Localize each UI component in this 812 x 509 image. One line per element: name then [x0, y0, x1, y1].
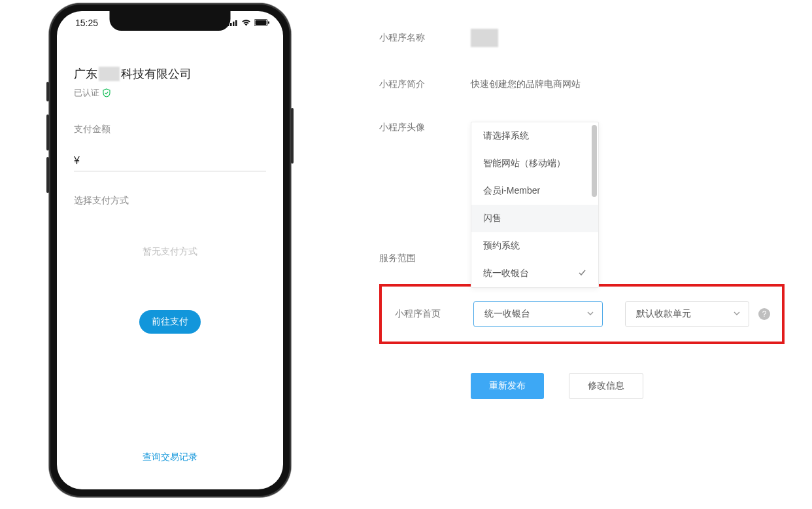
svg-rect-5 — [256, 20, 267, 25]
dropdown-option[interactable]: 会员i-Member — [471, 177, 598, 205]
intro-label: 小程序简介 — [379, 79, 471, 90]
homepage-unit-select[interactable]: 默认收款单元 — [625, 301, 749, 327]
select-value: 默认收款单元 — [636, 308, 691, 320]
svg-rect-1 — [230, 23, 232, 26]
dropdown-option[interactable]: 统一收银台 — [471, 260, 598, 287]
dropdown-option-label: 预约系统 — [483, 240, 520, 252]
name-label: 小程序名称 — [379, 32, 471, 44]
republish-button[interactable]: 重新发布 — [471, 373, 544, 399]
phone-side-button — [46, 157, 49, 193]
phone-side-button — [46, 82, 49, 101]
company-name: 广东 科技有限公司 — [74, 66, 266, 82]
name-value — [471, 29, 498, 47]
status-time: 15:25 — [75, 18, 98, 28]
phone-frame: 15:25 广东 科技有限公司 — [49, 3, 291, 497]
verified-label: 已认证 — [74, 87, 99, 99]
row-intro: 小程序简介 快速创建您的品牌电商网站 — [379, 79, 785, 90]
select-value: 统一收银台 — [484, 308, 530, 320]
no-pay-method-text: 暂无支付方式 — [74, 246, 266, 258]
action-row: 重新发布 修改信息 — [379, 373, 785, 399]
amount-label: 支付金额 — [74, 124, 266, 135]
name-thumbnail-redacted — [471, 29, 498, 47]
dropdown-option-label: 请选择系统 — [483, 130, 529, 142]
intro-value: 快速创建您的品牌电商网站 — [471, 79, 581, 90]
company-name-redacted — [99, 67, 120, 81]
pay-method-label: 选择支付方式 — [74, 195, 266, 207]
dropdown-option[interactable]: 预约系统 — [471, 232, 598, 260]
dropdown-option-label: 会员i-Member — [483, 185, 540, 197]
company-prefix: 广东 — [74, 66, 97, 82]
phone-side-button — [291, 108, 294, 164]
homepage-system-select[interactable]: 统一收银台 — [473, 301, 603, 327]
system-dropdown[interactable]: 请选择系统智能网站（移动端）会员i-Member闪售预约系统统一收银台 — [471, 122, 599, 288]
chevron-down-icon — [586, 309, 594, 319]
dropdown-option[interactable]: 闪售 — [471, 205, 598, 232]
help-icon[interactable]: ? — [758, 308, 770, 320]
battery-icon — [254, 19, 270, 26]
currency-symbol: ¥ — [74, 155, 80, 166]
phone-mock: 15:25 广东 科技有限公司 — [49, 3, 291, 497]
wifi-icon — [241, 19, 251, 26]
miniprogram-form: 小程序名称 小程序简介 快速创建您的品牌电商网站 小程序头像 请选择系统智能网站… — [379, 29, 785, 399]
service-label: 服务范围 — [379, 253, 471, 264]
check-icon — [578, 268, 586, 279]
phone-notch — [110, 11, 231, 31]
avatar-dropdown-wrap: 请选择系统智能网站（移动端）会员i-Member闪售预约系统统一收银台 — [471, 122, 599, 288]
svg-rect-6 — [268, 22, 269, 24]
dropdown-option[interactable]: 请选择系统 — [471, 122, 598, 150]
row-name: 小程序名称 — [379, 29, 785, 47]
go-pay-label: 前往支付 — [152, 316, 188, 328]
dropdown-option-label: 统一收银台 — [483, 268, 529, 279]
avatar-label: 小程序头像 — [379, 122, 471, 133]
query-transactions-link[interactable]: 查询交易记录 — [57, 451, 283, 463]
scrollbar[interactable] — [592, 125, 597, 197]
shield-check-icon — [102, 88, 111, 97]
phone-screen: 15:25 广东 科技有限公司 — [57, 11, 283, 489]
svg-rect-3 — [235, 20, 237, 26]
svg-rect-2 — [233, 22, 235, 26]
phone-content: 广东 科技有限公司 已认证 支付金额 ¥ 选择支付方式 暂无支付方式 — [57, 35, 283, 334]
verified-badge: 已认证 — [74, 87, 266, 99]
dropdown-option[interactable]: 智能网站（移动端） — [471, 150, 598, 177]
company-suffix: 科技有限公司 — [121, 66, 192, 82]
chevron-down-icon — [733, 309, 741, 319]
dropdown-option-label: 智能网站（移动端） — [483, 158, 566, 169]
modify-info-button[interactable]: 修改信息 — [569, 373, 643, 399]
dropdown-option-label: 闪售 — [483, 213, 501, 224]
phone-side-button — [46, 114, 49, 150]
homepage-label: 小程序首页 — [386, 308, 473, 320]
homepage-highlight: 小程序首页 统一收银台 默认收款单元 ? — [379, 284, 785, 344]
amount-input[interactable]: ¥ — [74, 155, 266, 171]
go-pay-button[interactable]: 前往支付 — [139, 310, 201, 334]
